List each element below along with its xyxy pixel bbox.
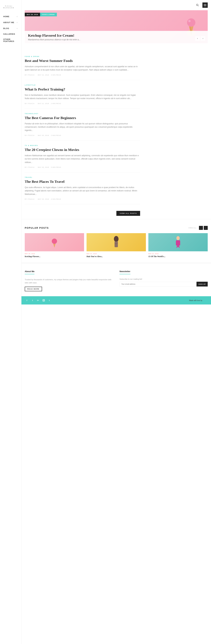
svg-point-10 (188, 20, 191, 22)
plus-icon: + (16, 21, 18, 24)
post-card: TV & MOVIES The 20 Creepiest Clowns in M… (25, 140, 140, 172)
popular-grid: MAY 28, 2018 Ketchup Flavore... MAY 27, … (25, 233, 208, 258)
sidebar-item-other-features[interactable]: OTHER FEATURES (0, 37, 21, 44)
slider-navigation: ‹ › (195, 36, 205, 41)
post-meta: BY ITSUCAI MAY 20, 2018 3 MIN READ (25, 166, 140, 168)
footer-about-title: About Me (25, 270, 34, 274)
popular-card-date: MAY 22, 2018 (148, 253, 208, 254)
post-meta: BY ITSUCAI MAY 20, 2018 4 MIN READ (25, 198, 140, 200)
slider-title[interactable]: Ketchup Flavored Ice Cream! (28, 33, 205, 38)
menu-icon[interactable] (203, 2, 208, 8)
post-excerpt: Admodum comprehenderit id non cillum ani… (25, 65, 140, 72)
slider-date-tag: MAY 28, 2018 (25, 13, 40, 16)
hero-slider: MAY 28, 2018 FOOD & DRINK ‹ › Ketchup Fl… (25, 10, 208, 43)
slider-tags: MAY 28, 2018 FOOD & DRINK (25, 13, 57, 16)
sidebar-item-home[interactable]: HOME + (0, 14, 21, 20)
post-card: TRAVEL The Best Places To Travel Quo aut… (25, 172, 140, 204)
post-title[interactable]: Best and Worst Summer Foods (25, 58, 140, 63)
sidebar-item-about[interactable]: ABOUT ME + (0, 20, 21, 26)
logo[interactable]: Eskimo BLOGGER (0, 3, 18, 14)
svg-point-0 (197, 4, 198, 6)
popular-card[interactable]: MAY 28, 2018 Ketchup Flavore... (25, 233, 84, 258)
post-read: 2 MIN READ (51, 103, 61, 104)
post-title[interactable]: The Best Cameras For Beginners (25, 116, 140, 120)
popular-posts-section: POPULAR POSTS VIEW ALL ‹ › MAY 28, 2018 … (21, 219, 211, 263)
popular-header: POPULAR POSTS VIEW ALL ‹ › (25, 226, 208, 230)
svg-marker-11 (53, 244, 55, 248)
svg-rect-14 (115, 242, 118, 247)
post-category: FOOD & DRINK (25, 56, 140, 57)
slider-description: Mandaremus illum possumus ullamco e qui … (28, 38, 205, 41)
footer-credit: Made with love by crused (189, 300, 208, 301)
svg-line-1 (198, 6, 199, 6)
post-meta: BY ITSUCAI MAY 20, 2018 2 MIN READ (25, 134, 140, 136)
post-title[interactable]: The Best Places To Travel (25, 180, 140, 184)
post-by: BY ITSUCAI (25, 134, 36, 136)
post-read: 4 MIN READ (51, 198, 61, 200)
post-date: MAY 20, 2018 (38, 134, 49, 136)
post-category: TECHNOLOGY (25, 113, 140, 114)
footer-about-col: About Me Trusted by thousands of custome… (25, 270, 113, 291)
popular-card[interactable]: MAY 27, 2018 Hair You've Alwa... (87, 233, 146, 258)
plus-icon: + (16, 15, 18, 18)
popular-next-button[interactable]: › (204, 226, 208, 230)
svg-rect-17 (176, 240, 180, 246)
post-card: TECHNOLOGY The Best Cameras For Beginner… (25, 109, 140, 140)
slider-content: Ketchup Flavored Ice Cream! Mandaremus i… (25, 31, 208, 43)
footer-bottom: f t G+ t Made with love by crused (21, 296, 211, 304)
svg-point-20 (43, 300, 44, 301)
footer-top: About Me Trusted by thousands of custome… (21, 263, 211, 296)
newsletter-email-input[interactable] (120, 282, 196, 286)
popular-card-title: Hair You've Alwa... (87, 255, 146, 258)
post-card: LIFESTYLE What Is Perfect Training? Non … (25, 80, 140, 109)
post-read: 3 MIN READ (51, 166, 61, 168)
svg-point-12 (52, 238, 57, 244)
post-date: MAY 20, 2018 (38, 166, 49, 168)
slider-category-tag: FOOD & DRINK (40, 13, 57, 16)
post-by: BY ITSUCAI (25, 103, 36, 104)
post-meta: BY ITSUCAI MAY 21, 2018 2 MIN READ (25, 103, 140, 104)
footer-credit-link[interactable]: crused (203, 300, 208, 301)
popular-card[interactable]: MAY 22, 2018 15 Of The World's... (148, 233, 208, 258)
vine-icon[interactable]: t (47, 298, 51, 302)
read-more-button[interactable]: READ MORE (25, 287, 42, 291)
post-meta: BY ITSUCAI MAY 22, 2018 3 MIN READ (25, 74, 140, 76)
svg-point-9 (187, 18, 195, 26)
svg-marker-18 (176, 246, 180, 248)
googleplus-icon[interactable]: G+ (36, 298, 40, 302)
search-icon[interactable] (195, 3, 200, 8)
sidebar-item-galleries[interactable]: GALLERIES (0, 31, 21, 37)
post-read: 2 MIN READ (51, 134, 61, 136)
sign-up-button[interactable]: SIGN UP (197, 282, 208, 286)
slider-next-button[interactable]: › (201, 36, 205, 41)
popular-card-image (25, 233, 84, 251)
post-title[interactable]: The 20 Creepiest Clowns in Movies (25, 148, 140, 152)
twitter-icon[interactable]: t (30, 298, 35, 302)
svg-point-13 (114, 236, 119, 242)
popular-prev-button[interactable]: ‹ (199, 226, 203, 230)
post-category: TV & MOVIES (25, 145, 140, 146)
post-excerpt: Indicem fidelissimae non appellat aut se… (25, 154, 140, 164)
instagram-icon[interactable] (41, 298, 46, 302)
post-date: MAY 21, 2018 (38, 103, 49, 104)
view-all-posts-button[interactable]: VIEW ALL POSTS (116, 211, 140, 216)
blog-posts-list: FOOD & DRINK Best and Worst Summer Foods… (21, 48, 211, 208)
slider-prev-button[interactable]: ‹ (195, 36, 200, 41)
post-card: FOOD & DRINK Best and Worst Summer Foods… (25, 52, 140, 80)
sidebar-item-blog[interactable]: BLOG + (0, 26, 21, 31)
post-excerpt: Quo aute effloresce, ita fugiat aliquo. … (25, 186, 140, 196)
sidebar: Eskimo BLOGGER HOME + ABOUT ME + BLOG + … (0, 0, 21, 644)
view-all-link[interactable]: VIEW ALL (189, 227, 197, 229)
svg-point-16 (176, 236, 180, 240)
newsletter-text: Subscribe to our mailing list! (120, 278, 208, 280)
popular-card-title: 15 Of The World's... (148, 255, 208, 258)
social-icons: f t G+ t (25, 298, 51, 302)
view-all-posts-wrap: VIEW ALL POSTS (21, 208, 143, 219)
svg-point-21 (44, 300, 44, 300)
post-by: BY ITSUCAI (25, 198, 36, 200)
logo-text: Eskimo (3, 5, 14, 7)
logo-sub: BLOGGER (3, 7, 14, 8)
popular-card-image (87, 233, 146, 251)
facebook-icon[interactable]: f (25, 298, 29, 302)
post-title[interactable]: What Is Perfect Training? (25, 87, 140, 92)
